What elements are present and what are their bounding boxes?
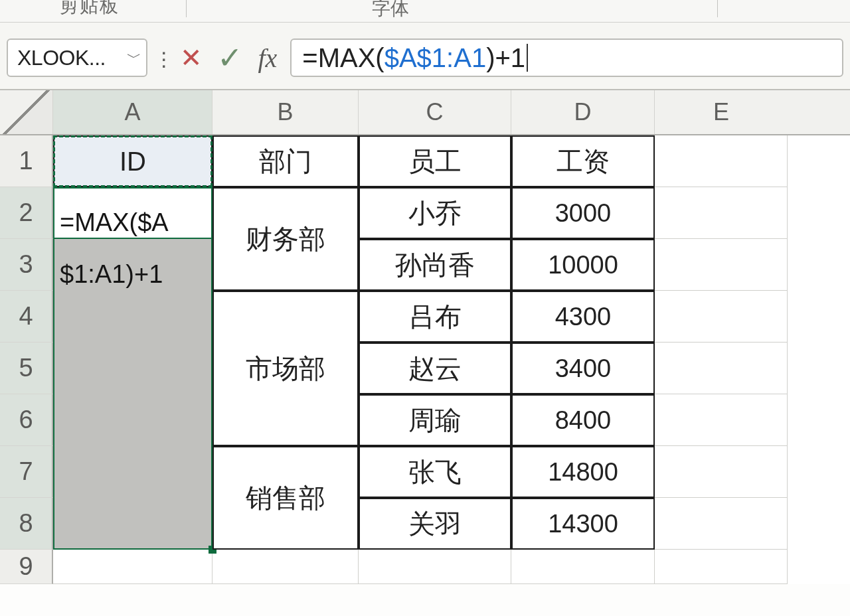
cell-D4[interactable]: 4300 [511,291,655,343]
cell-C7[interactable]: 张飞 [359,446,511,498]
row-header-5[interactable]: 5 [0,343,53,394]
ribbon-group-clipboard: 剪贴板 [60,0,120,19]
cell-C5[interactable]: 赵云 [359,343,511,394]
column-header-E[interactable]: E [655,90,788,134]
chevron-down-icon[interactable]: ﹀ [127,48,141,68]
row-header-4[interactable]: 4 [0,291,53,343]
cell-C8[interactable]: 关羽 [359,498,511,550]
cell-D8[interactable]: 14300 [511,498,655,550]
cell-C6[interactable]: 周瑜 [359,394,511,446]
cell-D2[interactable]: 3000 [511,187,655,239]
fx-icon[interactable]: fx [258,42,277,74]
ribbon-separator [717,0,718,17]
ribbon-separator [186,0,187,17]
accept-icon[interactable]: ✓ [217,50,243,66]
cell-D1[interactable]: 工资 [511,135,655,187]
formula-bar: XLOOK... ﹀ ··· ✕ ✓ fx =MAX($A$1:A1)+1 [0,23,850,90]
row-header-7[interactable]: 7 [0,446,53,498]
column-header-row: A B C D E [0,90,850,135]
cell-C3[interactable]: 孙尚香 [359,239,511,291]
ribbon-bottom-edge: 剪贴板 字体 [0,0,850,23]
cell-C4[interactable]: 吕布 [359,291,511,343]
formula-text-ref: $A$1:A1 [384,43,486,73]
column-header-A[interactable]: A [53,90,212,134]
cell-B1[interactable]: 部门 [212,135,359,187]
cell-B7-merged[interactable]: 销售部 [212,446,359,550]
column-header-D[interactable]: D [511,90,655,134]
formula-input[interactable]: =MAX($A$1:A1)+1 [290,38,843,77]
grid-body: 1 2 3 4 5 6 7 8 9 ID 部门 员工 工资 [0,135,850,584]
row-header-6[interactable]: 6 [0,394,53,446]
name-box[interactable]: XLOOK... ﹀ [7,38,147,77]
column-header-B[interactable]: B [212,90,359,134]
formula-text-prefix: =MAX( [302,43,384,73]
cell-D3[interactable]: 10000 [511,239,655,291]
cell-B4-merged[interactable]: 市场部 [212,291,359,446]
select-all-triangle[interactable] [0,90,53,134]
ribbon-group-font: 字体 [372,0,409,21]
cell-C2[interactable]: 小乔 [359,187,511,239]
row-header-1[interactable]: 1 [0,135,53,187]
text-caret [527,44,528,72]
formula-text-suffix: )+1 [486,43,525,73]
cell-D6[interactable]: 8400 [511,394,655,446]
row-header-9[interactable]: 9 [0,550,53,584]
cell-A1[interactable]: ID [53,135,212,187]
column-header-C[interactable]: C [359,90,511,134]
cell-B2-merged[interactable]: 财务部 [212,187,359,291]
name-box-text: XLOOK... [17,46,106,70]
formula-bar-grip-icon: ··· [161,48,167,68]
cell-D5[interactable]: 3400 [511,343,655,394]
row-header-8[interactable]: 8 [0,498,53,550]
cell-C1[interactable]: 员工 [359,135,511,187]
cancel-icon[interactable]: ✕ [180,42,203,73]
worksheet[interactable]: A B C D E 1 2 3 4 5 6 7 8 9 ID [0,90,850,584]
editing-cell-overlay: =MAX($A $1:A1)+1 [53,187,212,291]
row-header-3[interactable]: 3 [0,239,53,291]
formula-edit-buttons: ✕ ✓ fx [180,42,277,74]
row-header-2[interactable]: 2 [0,187,53,239]
cell-D7[interactable]: 14800 [511,446,655,498]
